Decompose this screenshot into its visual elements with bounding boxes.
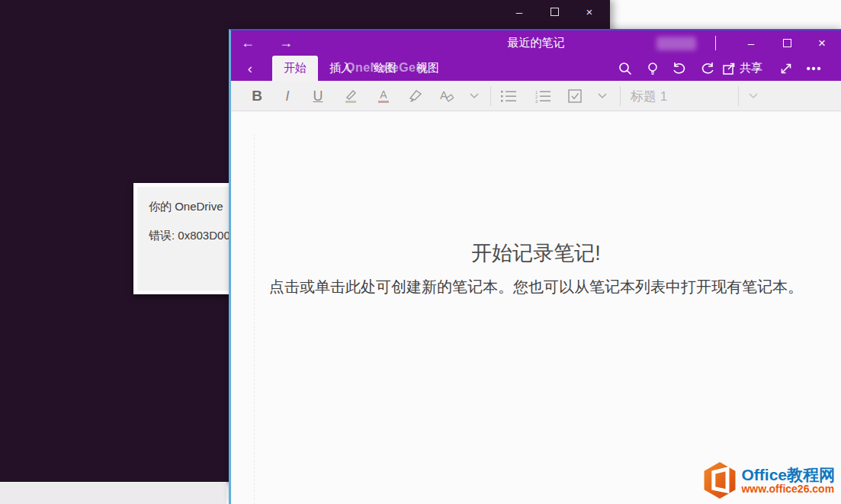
font-more-dropdown[interactable] xyxy=(461,81,488,111)
lightbulb-icon xyxy=(646,62,660,75)
site-logo-title: Office教程网 xyxy=(741,467,835,483)
tell-me-button[interactable] xyxy=(640,56,666,81)
undo-button[interactable] xyxy=(666,56,692,81)
ribbon-tab-row: ‹ OneNoteGem 开始 插入 绘图 视图 共享 ••• xyxy=(231,56,841,81)
site-logo-text: Office教程网 www.office26.com xyxy=(741,467,835,495)
highlighter-button[interactable] xyxy=(337,81,364,111)
site-watermark-logo: Office教程网 www.office26.com xyxy=(702,461,835,499)
bold-icon: B xyxy=(252,88,262,104)
format-painter-button[interactable] xyxy=(402,81,429,111)
office-hexagon-icon xyxy=(702,461,737,499)
toolbar-separator xyxy=(490,86,491,106)
site-logo-url: www.office26.com xyxy=(741,483,835,495)
onenote-titlebar: ← → 最近的笔记 – × xyxy=(231,30,841,56)
toolbar-separator xyxy=(620,86,621,106)
search-button[interactable] xyxy=(612,56,638,81)
note-canvas[interactable]: 开始记录笔记! 点击或单击此处可创建新的笔记本。您也可以从笔记本列表中打开现有笔… xyxy=(231,111,841,504)
page-margin-line xyxy=(254,134,255,504)
checkbox-icon xyxy=(567,88,583,104)
empty-state-instructions[interactable]: 点击或单击此处可创建新的笔记本。您也可以从笔记本列表中打开现有笔记本。 xyxy=(262,276,811,297)
account-name-blurred[interactable] xyxy=(656,37,696,50)
maximize-button[interactable] xyxy=(770,30,804,56)
bg-maximize-button[interactable] xyxy=(537,0,572,23)
bold-button[interactable]: B xyxy=(243,81,271,111)
share-icon xyxy=(722,62,737,75)
svg-text:A: A xyxy=(440,88,448,101)
background-window-controls: – × xyxy=(502,0,607,23)
search-icon xyxy=(618,62,632,75)
dialog-error-code: 错误: 0x803D00 xyxy=(149,229,230,243)
minimize-button[interactable]: – xyxy=(734,30,768,56)
minimize-icon: – xyxy=(516,5,522,18)
tab-draw[interactable]: 绘图 xyxy=(368,56,403,81)
formatting-toolbar: B I U A A 123 标题 1 xyxy=(231,81,841,111)
underline-icon: U xyxy=(313,88,323,104)
chevron-down-icon xyxy=(598,93,607,99)
tab-home[interactable]: 开始 xyxy=(272,56,318,81)
close-icon: × xyxy=(818,36,826,51)
bulleted-list-icon xyxy=(500,89,517,103)
chevron-left-icon: ‹ xyxy=(248,60,252,77)
italic-icon: I xyxy=(285,88,289,104)
numbered-list-icon: 123 xyxy=(534,89,551,103)
maximize-icon xyxy=(783,39,791,47)
tab-insert[interactable]: 插入 xyxy=(323,56,358,81)
font-color-icon: A xyxy=(375,88,392,104)
titlebar-separator xyxy=(715,36,716,50)
ellipsis-icon: ••• xyxy=(807,63,823,75)
bg-close-button[interactable]: × xyxy=(572,0,607,23)
italic-button[interactable]: I xyxy=(274,81,301,111)
minimize-icon: – xyxy=(748,37,754,50)
undo-icon xyxy=(672,62,687,75)
chevron-down-icon xyxy=(749,93,758,99)
more-options-button[interactable]: ••• xyxy=(801,56,827,81)
close-button[interactable]: × xyxy=(805,30,839,56)
clear-formatting-button[interactable]: A xyxy=(432,81,460,111)
share-label[interactable]: 共享 xyxy=(740,56,762,81)
dialog-message: 你的 OneDrive xyxy=(149,200,223,214)
paintbrush-icon xyxy=(407,88,424,104)
maximize-icon xyxy=(551,8,559,16)
empty-state-heading: 开始记录笔记! xyxy=(231,239,841,267)
bulleted-list-button[interactable] xyxy=(495,81,522,111)
onenote-window: ← → 最近的笔记 – × ‹ OneNoteGem 开始 插入 绘图 视图 共… xyxy=(229,29,841,504)
bg-minimize-button[interactable]: – xyxy=(502,0,537,23)
underline-button[interactable]: U xyxy=(304,81,332,111)
tab-view[interactable]: 视图 xyxy=(410,56,445,81)
fullscreen-button[interactable] xyxy=(773,56,799,81)
svg-text:A: A xyxy=(380,88,387,101)
ribbon-back-chevron[interactable]: ‹ xyxy=(238,56,262,81)
styles-dropdown[interactable] xyxy=(740,81,767,111)
chevron-down-icon xyxy=(470,93,479,99)
clear-formatting-icon: A xyxy=(437,88,455,104)
expand-diagonal-icon xyxy=(779,62,793,75)
background-taskbar-strip xyxy=(0,482,226,504)
share-button[interactable] xyxy=(717,56,743,81)
toolbar-separator xyxy=(738,86,739,106)
redo-icon xyxy=(700,62,715,75)
svg-text:3: 3 xyxy=(535,99,538,104)
style-selector[interactable]: 标题 1 xyxy=(631,81,667,111)
font-color-button[interactable]: A xyxy=(370,81,397,111)
close-icon: × xyxy=(586,5,593,18)
tags-more-dropdown[interactable] xyxy=(589,81,616,111)
numbered-list-button[interactable]: 123 xyxy=(529,81,557,111)
highlighter-icon xyxy=(342,88,359,104)
todo-tag-button[interactable] xyxy=(561,81,589,111)
